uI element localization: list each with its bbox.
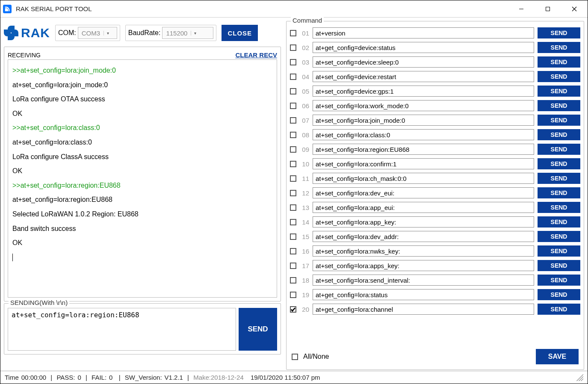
command-checkbox[interactable] [290, 292, 296, 298]
recv-cmd-line: >>at+set_config=lora:region:EU868 [12, 178, 272, 193]
command-send-button[interactable]: SEND [538, 144, 580, 155]
command-input[interactable] [313, 304, 534, 315]
command-row: 20SEND [290, 302, 580, 316]
recv-cmd-line: >>at+set_config=lora:join_mode:0 [12, 63, 272, 78]
command-input[interactable] [313, 27, 534, 38]
command-row-number: 13 [300, 204, 309, 211]
command-input[interactable] [313, 216, 534, 227]
maximize-button[interactable] [535, 0, 561, 17]
command-input[interactable] [313, 245, 534, 257]
command-checkbox[interactable] [290, 233, 296, 240]
command-send-button[interactable]: SEND [538, 260, 580, 271]
command-checkbox[interactable] [290, 132, 296, 138]
command-send-button[interactable]: SEND [538, 158, 580, 169]
command-input[interactable] [313, 56, 534, 68]
command-input[interactable] [313, 202, 534, 213]
command-row: 03SEND [290, 55, 580, 69]
send-button[interactable]: SEND [239, 308, 277, 351]
command-input[interactable] [313, 42, 534, 53]
command-input[interactable] [313, 275, 534, 286]
command-checkbox[interactable] [290, 219, 296, 225]
command-checkbox[interactable] [290, 103, 296, 109]
command-send-button[interactable]: SEND [538, 56, 580, 68]
allnone-checkbox[interactable] [292, 354, 298, 360]
recv-echo-line: OK [12, 164, 272, 178]
receiving-panel: RECEIVING CLEAR RECV >>at+set_config=lor… [4, 47, 281, 301]
command-row: 12SEND [290, 186, 580, 200]
app-icon [3, 5, 12, 13]
command-row-number: 18 [300, 277, 309, 284]
close-port-button[interactable]: CLOSE [222, 25, 258, 41]
command-input[interactable] [313, 144, 534, 155]
command-row-number: 03 [300, 59, 309, 66]
command-input[interactable] [313, 289, 534, 300]
command-input[interactable] [313, 129, 534, 140]
command-input[interactable] [313, 115, 534, 126]
command-send-button[interactable]: SEND [538, 100, 580, 111]
status-pass-label: PASS: [56, 374, 75, 381]
command-checkbox[interactable] [290, 204, 296, 211]
command-row-number: 10 [300, 160, 309, 168]
minimize-button[interactable] [508, 0, 535, 17]
command-checkbox[interactable] [290, 248, 296, 254]
command-send-button[interactable]: SEND [538, 216, 580, 227]
command-send-button[interactable]: SEND [538, 202, 580, 213]
command-checkbox[interactable] [290, 30, 296, 36]
command-row: 09SEND [290, 142, 580, 157]
command-input[interactable] [313, 100, 534, 111]
command-checkbox[interactable] [290, 190, 296, 196]
command-input[interactable] [313, 187, 534, 198]
command-send-button[interactable]: SEND [538, 27, 580, 38]
command-legend: Command [291, 17, 324, 24]
command-input[interactable] [313, 260, 534, 271]
command-checkbox[interactable] [290, 277, 296, 284]
command-checkbox[interactable] [290, 44, 296, 51]
command-checkbox[interactable] [290, 263, 296, 269]
recv-echo-line: OK [12, 106, 272, 121]
status-fail-label: FAIL: [92, 374, 106, 381]
command-input[interactable] [313, 231, 534, 242]
command-checkbox[interactable] [290, 146, 296, 153]
sending-panel: SENDING(With \r\n) SEND [4, 303, 281, 354]
resize-grip-icon[interactable] [576, 374, 583, 381]
command-send-button[interactable]: SEND [538, 71, 580, 82]
command-send-button[interactable]: SEND [538, 245, 580, 257]
command-send-button[interactable]: SEND [538, 275, 580, 286]
command-input[interactable] [313, 86, 534, 97]
window-controls [508, 0, 588, 17]
command-send-button[interactable]: SEND [538, 173, 580, 184]
close-button[interactable] [561, 0, 588, 17]
command-send-button[interactable]: SEND [538, 304, 580, 315]
send-input[interactable] [8, 308, 236, 351]
command-send-button[interactable]: SEND [538, 42, 580, 53]
command-row: 08SEND [290, 127, 580, 142]
command-checkbox[interactable] [290, 161, 296, 167]
command-row: 17SEND [290, 258, 580, 273]
command-send-button[interactable]: SEND [538, 86, 580, 97]
receiving-textarea[interactable]: >>at+set_config=lora:join_mode:0at+set_c… [8, 59, 277, 298]
recv-echo-line: OK [12, 236, 272, 250]
command-input[interactable] [313, 158, 534, 169]
status-time-label: Time [5, 374, 19, 381]
com-label: COM: [58, 29, 76, 37]
command-send-button[interactable]: SEND [538, 289, 580, 300]
save-button[interactable]: SAVE [536, 349, 579, 364]
command-input[interactable] [313, 71, 534, 82]
clear-recv-link[interactable]: CLEAR RECV [235, 51, 277, 59]
command-send-button[interactable]: SEND [538, 187, 580, 198]
command-checkbox[interactable] [290, 306, 296, 313]
command-send-button[interactable]: SEND [538, 129, 580, 140]
command-checkbox[interactable] [290, 59, 296, 65]
command-checkbox[interactable] [290, 117, 296, 124]
command-checkbox[interactable] [290, 74, 296, 80]
command-checkbox[interactable] [290, 88, 296, 95]
command-input[interactable] [313, 173, 534, 184]
command-row-number: 05 [300, 88, 309, 95]
com-select[interactable]: COM3 ▾ [78, 27, 117, 39]
command-send-button[interactable]: SEND [538, 231, 580, 242]
command-checkbox[interactable] [290, 175, 296, 182]
baud-select[interactable]: 115200 ▾ [162, 27, 213, 39]
command-row-number: 11 [300, 175, 309, 182]
command-row-number: 20 [300, 306, 309, 313]
command-send-button[interactable]: SEND [538, 115, 580, 126]
